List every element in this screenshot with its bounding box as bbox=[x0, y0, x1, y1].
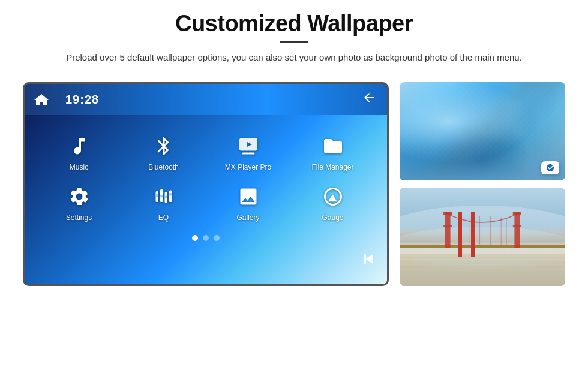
app-bluetooth[interactable]: Bluetooth bbox=[121, 126, 206, 176]
svg-rect-20 bbox=[443, 212, 452, 215]
svg-rect-8 bbox=[164, 196, 167, 199]
dot-1[interactable] bbox=[192, 235, 198, 241]
side-images bbox=[400, 82, 565, 304]
svg-point-16 bbox=[400, 227, 565, 269]
svg-rect-18 bbox=[400, 245, 565, 248]
svg-rect-23 bbox=[513, 212, 521, 215]
home-icon[interactable] bbox=[33, 92, 50, 107]
svg-rect-17 bbox=[400, 254, 565, 286]
app-eq-label: EQ bbox=[158, 213, 169, 222]
app-settings-label: Settings bbox=[66, 213, 92, 222]
settings-icon bbox=[66, 183, 92, 210]
app-bluetooth-label: Bluetooth bbox=[148, 163, 179, 171]
app-file-manager[interactable]: File Manager bbox=[290, 126, 375, 176]
page-header: Customized Wallpaper Preload over 5 defa… bbox=[0, 0, 588, 71]
bluetooth-icon bbox=[151, 133, 177, 159]
svg-point-11 bbox=[331, 195, 334, 198]
svg-rect-13 bbox=[364, 254, 366, 264]
app-settings[interactable]: Settings bbox=[37, 176, 121, 227]
app-music-label: Music bbox=[70, 163, 88, 171]
app-gallery-label: Gallery bbox=[236, 213, 259, 222]
svg-rect-6 bbox=[160, 195, 163, 198]
app-eq[interactable]: EQ bbox=[121, 176, 206, 227]
app-file-label: File Manager bbox=[311, 163, 353, 171]
screen-time: 19:28 bbox=[65, 93, 99, 107]
bridge-svg bbox=[400, 188, 565, 286]
screen-topbar: 19:28 bbox=[25, 84, 387, 115]
app-gallery[interactable]: Gallery bbox=[206, 176, 290, 227]
gallery-icon bbox=[235, 183, 262, 210]
svg-rect-9 bbox=[169, 191, 172, 203]
svg-point-15 bbox=[400, 206, 565, 266]
header-divider bbox=[280, 41, 308, 43]
app-gauge[interactable]: Gauge bbox=[290, 176, 375, 227]
page-title: Customized Wallpaper bbox=[36, 11, 552, 37]
svg-rect-10 bbox=[169, 193, 172, 196]
svg-rect-2 bbox=[242, 153, 254, 155]
golden-gate-image bbox=[400, 188, 565, 286]
svg-rect-22 bbox=[514, 212, 520, 248]
screen-body: Music Bluetooth MX Player Pro bbox=[25, 115, 387, 284]
topbar-left: 19:28 bbox=[33, 92, 99, 107]
svg-rect-14 bbox=[400, 188, 565, 286]
notification-badge bbox=[541, 161, 559, 174]
svg-marker-12 bbox=[365, 254, 373, 264]
gauge-icon bbox=[320, 183, 346, 210]
app-music[interactable]: Music bbox=[37, 126, 121, 176]
eq-icon bbox=[151, 183, 177, 210]
ice-cave-image bbox=[400, 82, 565, 180]
app-gauge-label: Gauge bbox=[322, 213, 343, 222]
dot-2[interactable] bbox=[203, 235, 209, 241]
svg-rect-19 bbox=[445, 212, 451, 248]
skip-back-icon[interactable] bbox=[362, 251, 381, 267]
svg-rect-24 bbox=[513, 225, 521, 227]
app-mx-player[interactable]: MX Player Pro bbox=[206, 126, 290, 176]
svg-rect-4 bbox=[155, 194, 158, 197]
dot-3[interactable] bbox=[214, 235, 220, 241]
header-description: Preload over 5 default wallpaper options… bbox=[48, 50, 540, 64]
app-mx-label: MX Player Pro bbox=[225, 163, 271, 171]
svg-rect-31 bbox=[400, 257, 565, 286]
pagination-dots bbox=[192, 235, 220, 241]
folder-icon bbox=[320, 133, 346, 159]
mx-player-icon bbox=[235, 133, 262, 159]
check-badge-icon bbox=[546, 164, 554, 172]
car-screen-mockup: 19:28 Music bbox=[23, 82, 389, 286]
app-grid-row1: Music Bluetooth MX Player Pro bbox=[37, 126, 375, 227]
back-arrow-icon[interactable] bbox=[362, 91, 379, 105]
svg-rect-21 bbox=[443, 225, 452, 227]
topbar-right bbox=[362, 91, 379, 108]
music-icon bbox=[66, 133, 92, 159]
screen-control[interactable] bbox=[362, 251, 381, 270]
content-area: 19:28 Music bbox=[0, 82, 588, 304]
